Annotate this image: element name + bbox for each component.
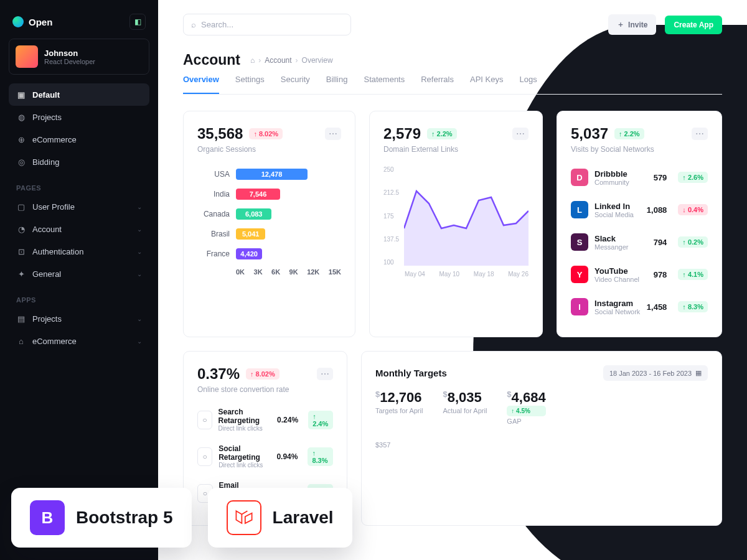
stat-value: 2,579 — [383, 125, 421, 142]
pie-icon: ◔ — [16, 224, 26, 234]
nav-label: Account — [32, 225, 62, 234]
tech-floaters: B Bootstrap 5 Laravel — [11, 488, 352, 548]
tab-statements[interactable]: Statements — [364, 75, 405, 94]
floater-label: Laravel — [273, 508, 334, 528]
sidebar-collapse-button[interactable]: ◧ — [129, 14, 146, 30]
delta-badge: ↑ 2.4% — [308, 411, 333, 429]
delta-badge: ↑8.02% — [249, 128, 283, 139]
bar-fill: 6,083 — [236, 208, 271, 220]
card-title: Monthly Targets — [375, 368, 447, 378]
social-icon: D — [571, 169, 588, 186]
chevron-down-icon: ⌄ — [137, 271, 142, 278]
floater-bootstrap: B Bootstrap 5 — [11, 488, 192, 548]
chart-y-axis: 250212.5175137.5100 — [383, 166, 399, 266]
search-input[interactable]: ⌕ Search... — [183, 14, 351, 35]
nav-label: Authentication — [32, 247, 83, 256]
social-name: Linked In — [594, 202, 634, 211]
nav-item-projects[interactable]: ◍ Projects — [9, 106, 149, 128]
delta-badge: ↑ 8.3% — [308, 447, 333, 466]
date-range-picker[interactable]: 18 Jan 2023 - 16 Feb 2023▦ — [603, 365, 708, 381]
target-value: $4,684 ↑ 4.5% — [507, 390, 545, 416]
delta-badge: ↑ 0.2% — [678, 236, 708, 248]
nav-item-default[interactable]: ▣ Default — [9, 83, 149, 106]
avatar — [16, 45, 38, 68]
delta-badge: ↑ 4.1% — [678, 269, 708, 280]
tab-logs[interactable]: Logs — [519, 75, 537, 94]
bar-label: USA — [197, 170, 230, 179]
social-value: 794 — [654, 238, 667, 247]
bar-fill: 12,478 — [236, 169, 308, 180]
conv-row: ○ Social RetargetingDirect link clicks 0… — [197, 438, 333, 475]
card-menu-button[interactable]: ⋯ — [325, 128, 341, 140]
tab-overview[interactable]: Overview — [183, 75, 219, 94]
nav-item-apps-projects[interactable]: ▤ Projects ⌄ — [9, 307, 149, 330]
card-menu-button[interactable]: ⋯ — [692, 128, 708, 140]
user-card[interactable]: Johnson React Developer — [9, 39, 149, 75]
bar-row: India 7,546 — [197, 189, 341, 200]
section-apps-label: APPS — [9, 285, 149, 307]
social-value: 1,088 — [647, 205, 667, 215]
breadcrumb-account[interactable]: Account — [265, 56, 291, 65]
side-tab-explore[interactable]: Explore — [734, 93, 747, 127]
create-app-button[interactable]: Create App — [665, 16, 722, 34]
bars-axis: 0K3K6K9K12K15K — [197, 268, 341, 276]
conv-row: ○ Search RetargetingDirect link clicks 0… — [197, 401, 333, 438]
nav-item-apps-ecommerce[interactable]: ⌂ eCommerce ⌄ — [9, 330, 149, 352]
search-icon: ⌕ — [191, 20, 196, 29]
mini-value: $357 — [375, 441, 708, 449]
nav-item-ecommerce[interactable]: ⊕ eCommerce — [9, 128, 149, 151]
tabs: Overview Settings Security Billing State… — [183, 75, 722, 95]
btn-label: Create App — [674, 21, 713, 29]
btn-label: Invite — [628, 21, 647, 29]
nav-item-bidding[interactable]: ◎ Bidding — [9, 151, 149, 173]
laravel-icon — [227, 500, 261, 535]
user-icon: ▢ — [16, 202, 26, 212]
side-tabs: Explore Help Buy now — [734, 93, 747, 196]
breadcrumb-current: Overview — [302, 56, 333, 65]
tab-settings[interactable]: Settings — [235, 75, 265, 94]
nav-item-account[interactable]: ◔ Account ⌄ — [9, 218, 149, 240]
chevron-down-icon: ⌄ — [137, 315, 142, 322]
invite-button[interactable]: ＋ Invite — [608, 14, 656, 35]
brand: Open ◧ — [9, 11, 149, 39]
home-icon[interactable]: ⌂ — [250, 56, 255, 65]
conv-value: 0.24% — [277, 416, 298, 424]
tab-billing[interactable]: Billing — [326, 75, 348, 94]
tab-api-keys[interactable]: API Keys — [470, 75, 503, 94]
tab-security[interactable]: Security — [281, 75, 310, 94]
side-tab-help[interactable]: Help — [734, 131, 747, 156]
social-row: L Linked InSocial Media 1,088 ↓ 0.4% — [571, 194, 708, 226]
chart-x-axis: May 04May 10May 18May 26 — [383, 271, 529, 278]
chevron-down-icon: ⌄ — [137, 338, 142, 345]
delta-badge: ↓ 0.4% — [678, 204, 708, 215]
page-title: Account — [183, 52, 240, 68]
nav-item-user-profile[interactable]: ▢ User Profile ⌄ — [9, 195, 149, 218]
nav-item-authentication[interactable]: ⊡ Authentication ⌄ — [9, 240, 149, 263]
card-menu-button[interactable]: ⋯ — [512, 128, 529, 140]
nav-item-general[interactable]: ✦ General ⌄ — [9, 263, 149, 285]
side-tab-buy[interactable]: Buy now — [734, 159, 747, 195]
social-icon: Y — [571, 266, 588, 283]
conv-sub: Direct link clicks — [218, 462, 270, 469]
card-menu-button[interactable]: ⋯ — [317, 368, 333, 380]
target-col: $12,706 Targets for April — [375, 390, 423, 425]
social-name: Instagram — [594, 299, 640, 308]
conv-title: Search Retargeting — [218, 408, 271, 425]
social-value: 579 — [654, 173, 667, 182]
floater-label: Bootstrap 5 — [76, 508, 173, 528]
nav-label: Default — [32, 90, 60, 100]
stack-icon: ▤ — [16, 314, 26, 324]
calendar-icon: ▦ — [695, 369, 702, 377]
person-icon: ⊡ — [16, 246, 26, 256]
stat-sub: Domain External Links — [383, 145, 529, 154]
social-sub: Social Media — [594, 211, 634, 218]
chevron-down-icon: ⌄ — [137, 226, 142, 233]
target-sub: Targets for April — [375, 407, 423, 414]
social-row: S SlackMessanger 794 ↑ 0.2% — [571, 226, 708, 258]
conv-value: 0.94% — [276, 452, 298, 461]
tab-referrals[interactable]: Referrals — [421, 75, 454, 94]
social-name: Slack — [594, 234, 628, 243]
delta-badge: ↑2.2% — [427, 128, 457, 139]
section-pages-label: PAGES — [9, 173, 149, 195]
cart-icon: ⊕ — [16, 134, 26, 144]
